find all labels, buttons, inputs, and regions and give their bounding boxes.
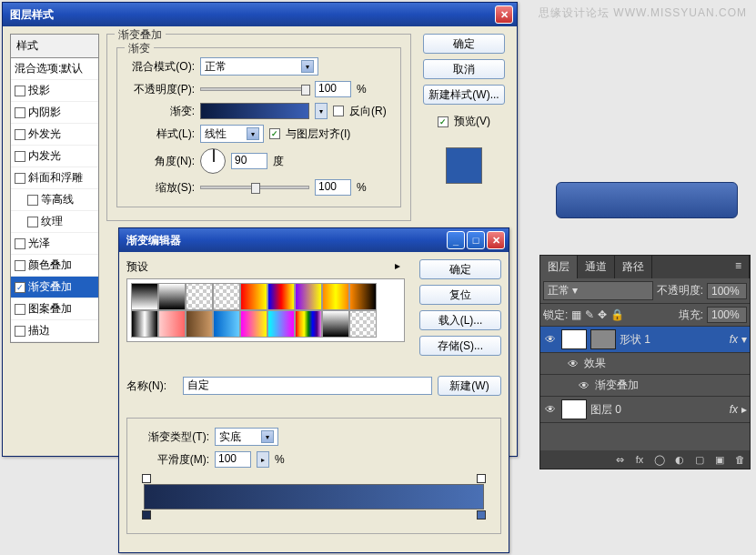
preset-swatch[interactable] (349, 283, 377, 310)
preset-swatch[interactable] (295, 283, 322, 310)
preset-swatch[interactable] (322, 283, 349, 310)
preset-swatch[interactable] (131, 310, 158, 338)
minimize-icon[interactable]: _ (447, 231, 465, 249)
fx-icon[interactable]: fx (632, 453, 647, 466)
style-item-texture[interactable]: 纹理 (11, 211, 98, 233)
checkbox-icon[interactable] (15, 86, 25, 96)
visibility-icon[interactable]: 👁 (543, 403, 558, 416)
maximize-icon[interactable]: □ (467, 231, 485, 249)
load-button[interactable]: 载入(L)... (419, 310, 501, 330)
chevron-right-icon[interactable]: ▸ (257, 451, 269, 468)
visibility-icon[interactable]: 👁 (577, 379, 591, 392)
style-select[interactable]: 线性▾ (200, 125, 264, 143)
preset-swatch[interactable] (295, 310, 322, 338)
gradient-swatch[interactable] (200, 103, 309, 119)
preset-swatch[interactable] (158, 310, 186, 338)
mask-icon[interactable]: ◯ (652, 453, 667, 466)
checkbox-icon[interactable] (15, 151, 25, 162)
adjustment-icon[interactable]: ◐ (672, 453, 687, 466)
save-button[interactable]: 存储(S)... (419, 336, 501, 356)
tab-channels[interactable]: 通道 (578, 256, 615, 278)
checkbox-icon[interactable] (15, 326, 25, 337)
layer-name[interactable]: 图层 0 (590, 402, 621, 418)
style-item-pattern-overlay[interactable]: 图案叠加 (11, 298, 98, 320)
blend-options-item[interactable]: 混合选项:默认 (11, 58, 98, 80)
opacity-input[interactable]: 100 (315, 81, 351, 97)
preset-swatch[interactable] (186, 283, 213, 310)
color-stop[interactable] (142, 510, 151, 520)
new-layer-icon[interactable]: ▣ (712, 453, 727, 466)
style-item-color-overlay[interactable]: 颜色叠加 (11, 255, 98, 277)
layer-row-shape1[interactable]: 👁 形状 1 fx ▾ (540, 327, 750, 353)
fx-badge[interactable]: fx (730, 403, 738, 416)
style-item-contour[interactable]: 等高线 (11, 189, 98, 211)
preset-swatch[interactable] (186, 310, 213, 338)
checkbox-icon[interactable] (15, 260, 25, 271)
preset-swatch[interactable] (267, 310, 295, 338)
lock-position-icon[interactable]: ✥ (598, 308, 607, 321)
smooth-input[interactable]: 100 (215, 451, 251, 468)
preset-swatch[interactable] (267, 283, 295, 310)
new-button[interactable]: 新建(W) (438, 376, 501, 396)
opacity-stop[interactable] (142, 474, 151, 483)
visibility-icon[interactable]: 👁 (543, 333, 558, 346)
chevron-right-icon[interactable]: ▸ (741, 403, 747, 416)
style-item-gradient-overlay[interactable]: ✓渐变叠加 (11, 277, 98, 298)
style-item-outer-glow[interactable]: 外发光 (11, 124, 98, 146)
trash-icon[interactable]: 🗑 (732, 453, 747, 466)
opacity-value[interactable]: 100% (707, 283, 747, 299)
preset-swatch[interactable] (158, 283, 186, 310)
tab-paths[interactable]: 路径 (615, 256, 652, 278)
layer-row-layer0[interactable]: 👁 图层 0 fx ▸ (540, 397, 750, 423)
blend-mode-select[interactable]: 正常▾ (200, 57, 318, 76)
opacity-stop[interactable] (477, 474, 486, 483)
fill-value[interactable]: 100% (707, 307, 747, 323)
chevron-down-icon[interactable]: ▾ (741, 333, 747, 346)
scale-slider[interactable] (200, 186, 309, 189)
name-input[interactable]: 自定 (183, 377, 432, 395)
gradient-editor-titlebar[interactable]: 渐变编辑器 _ □ ✕ (119, 228, 509, 252)
styles-header[interactable]: 样式 (11, 35, 98, 58)
preset-swatch[interactable] (131, 283, 158, 310)
layer-effects-row[interactable]: 👁 效果 (540, 353, 750, 375)
cancel-button[interactable]: 取消 (423, 59, 505, 79)
lock-paint-icon[interactable]: ✎ (585, 308, 594, 321)
style-item-inner-shadow[interactable]: 内阴影 (11, 102, 98, 124)
checkbox-icon[interactable]: ✓ (15, 282, 25, 293)
preset-swatch[interactable] (213, 283, 240, 310)
checkbox-icon[interactable] (15, 238, 25, 249)
checkbox-icon[interactable] (15, 304, 25, 315)
preset-swatch[interactable] (349, 310, 377, 338)
close-icon[interactable]: ✕ (495, 5, 513, 24)
presets-menu-icon[interactable]: ▸ (390, 259, 405, 275)
preset-swatch[interactable] (240, 310, 267, 338)
style-item-satin[interactable]: 光泽 (11, 233, 98, 255)
reverse-checkbox[interactable] (333, 106, 344, 116)
checkbox-icon[interactable] (15, 129, 25, 140)
preview-checkbox[interactable]: ✓ (438, 116, 449, 127)
angle-dial[interactable] (200, 148, 226, 174)
ok-button[interactable]: 确定 (419, 259, 501, 279)
layer-thumb[interactable] (561, 329, 587, 349)
visibility-icon[interactable]: 👁 (566, 358, 580, 370)
blend-mode-select[interactable]: 正常 ▾ (543, 281, 653, 300)
gradient-bar[interactable] (144, 484, 484, 510)
tab-layers[interactable]: 图层 (540, 256, 578, 278)
type-select[interactable]: 实底▾ (215, 428, 278, 446)
fx-badge[interactable]: fx (730, 333, 738, 346)
style-item-bevel[interactable]: 斜面和浮雕 (11, 167, 98, 189)
reset-button[interactable]: 复位 (419, 285, 501, 305)
lock-all-icon[interactable]: 🔒 (610, 308, 624, 321)
checkbox-icon[interactable] (15, 173, 25, 184)
ok-button[interactable]: 确定 (423, 34, 505, 54)
chevron-down-icon[interactable]: ▾ (315, 103, 328, 119)
preset-swatch[interactable] (322, 310, 349, 338)
preset-swatch[interactable] (240, 283, 267, 310)
new-style-button[interactable]: 新建样式(W)... (423, 85, 505, 105)
link-icon[interactable]: ⇔ (612, 453, 627, 466)
checkbox-icon[interactable] (27, 195, 38, 206)
checkbox-icon[interactable] (27, 217, 38, 227)
angle-input[interactable]: 90 (231, 153, 267, 169)
panel-menu-icon[interactable]: ≡ (728, 256, 750, 278)
scale-input[interactable]: 100 (315, 179, 351, 196)
